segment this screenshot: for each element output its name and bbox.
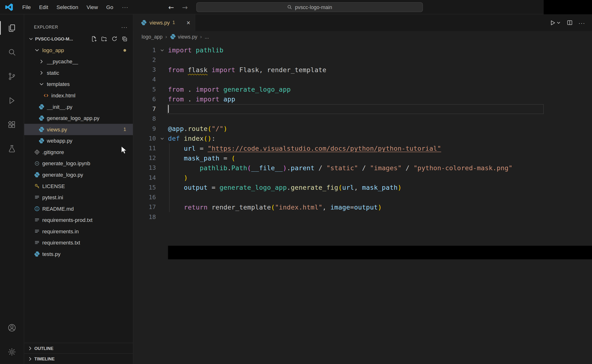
modified-dot-icon [123,49,126,52]
activity-extensions-button[interactable] [0,112,24,136]
breadcrumb-separator-icon: › [200,33,202,39]
nav-back-button[interactable]: ← [168,0,174,14]
command-center[interactable]: pvscc-logo-main [196,2,423,12]
tree-item-__pycache__[interactable]: __pycache__ [24,56,133,67]
tree-item-logo_app[interactable]: logo_app [24,45,133,56]
code-line-7[interactable]: 7 [133,104,592,114]
python-icon [39,126,45,132]
code-line-17[interactable]: 17 return render_template("index.html", … [133,202,592,212]
line-number[interactable]: 15 [133,182,156,192]
code-line-4[interactable]: 4 [133,75,592,84]
line-number[interactable]: 4 [133,75,156,84]
tree-item-README.md[interactable]: README.md [24,203,133,214]
activity-explorer-button[interactable] [0,16,24,40]
code-line-3[interactable]: 3from flask import Flask, render_templat… [133,65,592,75]
tree-item-generate_logo_app.py[interactable]: generate_logo_app.py [24,112,133,124]
code-line-9[interactable]: 9@app.route("/") [133,124,592,134]
code-line-6[interactable]: 6from . import app [133,94,592,104]
activity-account-button[interactable] [0,315,24,339]
git-icon [34,149,40,155]
panel-outline[interactable]: OUTLINE [24,343,133,353]
line-number[interactable]: 17 [133,202,156,212]
line-number[interactable]: 13 [133,163,156,173]
menu-edit[interactable]: Edit [35,2,52,12]
line-number[interactable]: 9 [133,124,156,134]
code-area[interactable]: 1import pathlib23from flask import Flask… [133,42,592,364]
explorer-title: EXPLORER [34,25,58,30]
tree-item-label: __pycache__ [47,58,78,65]
code-line-12[interactable]: 12 mask_path = ( [133,153,592,163]
refresh-button[interactable] [111,36,117,42]
line-number[interactable]: 6 [133,94,156,104]
fold-chevron-down-icon[interactable] [156,48,168,53]
activity-search-button[interactable] [0,40,24,64]
tree-item-webapp.py[interactable]: webapp.py [24,135,133,147]
breadcrumb-logo_app[interactable]: logo_app [142,34,163,39]
menubar-more-button[interactable]: ··· [117,4,133,10]
tree-item-pytest.ini[interactable]: pytest.ini [24,192,133,203]
tree-item-requirements.txt[interactable]: requirements.txt [24,237,133,248]
line-number[interactable]: 18 [133,212,156,222]
code-line-1[interactable]: 1import pathlib [133,45,592,55]
line-number[interactable]: 5 [133,84,156,94]
tree-item-requirements-prod.txt[interactable]: requirements-prod.txt [24,214,133,226]
line-number[interactable]: 8 [133,114,156,124]
collapse-all-button[interactable] [122,36,128,42]
menu-file[interactable]: File [18,2,35,12]
split-editor-button[interactable] [567,20,573,26]
line-number[interactable]: 3 [133,65,156,75]
tree-item-static[interactable]: static [24,67,133,78]
tab-close-icon[interactable]: × [186,20,190,26]
run-button[interactable] [549,20,561,26]
activity-settings-button[interactable] [0,340,24,364]
chevron-right-icon [39,70,45,76]
code-line-18[interactable]: 18 [133,212,592,222]
menu-view[interactable]: View [82,2,102,12]
code-line-15[interactable]: 15 output = generate_logo_app.generate_f… [133,182,592,192]
code-line-16[interactable]: 16 [133,193,592,202]
activity-testing-button[interactable] [0,137,24,161]
panel-timeline[interactable]: TIMELINE [24,353,133,364]
breadcrumb-views.py[interactable]: views.py [170,33,197,39]
activity-run-debug-button[interactable] [0,88,24,112]
activity-source-control-button[interactable] [0,64,24,88]
tree-item-generate_logo.py[interactable]: generate_logo.py [24,169,133,181]
line-number[interactable]: 1 [133,45,156,55]
code-line-11[interactable]: 11 url = "https://code.visualstudio.com/… [133,143,592,153]
nav-forward-button[interactable]: → [182,0,188,14]
line-number[interactable]: 14 [133,173,156,182]
tree-item-LICENSE[interactable]: LICENSE [24,181,133,192]
tab-views-py[interactable]: views.py 1 × [133,14,195,31]
tree-item-tests.py[interactable]: tests.py [24,248,133,260]
fold-chevron-down-icon[interactable] [156,136,168,141]
explorer-section-header[interactable]: PVSCC-LOGO-M... [24,33,133,45]
code-line-14[interactable]: 14 ) [133,173,592,182]
tree-item-.gitignore[interactable]: .gitignore [24,146,133,158]
tree-item-generate_logo.ipynb[interactable]: generate_logo.ipynb [24,158,133,169]
tree-item-__init__.py[interactable]: __init__.py [24,101,133,113]
code-line-8[interactable]: 8 [133,114,592,124]
menu-go[interactable]: Go [102,2,118,12]
line-number[interactable]: 16 [133,193,156,202]
tree-item-requirements.in[interactable]: requirements.in [24,226,133,237]
line-number[interactable]: 11 [133,143,156,153]
menu-selection[interactable]: Selection [52,2,82,12]
explorer-more-button[interactable]: ··· [121,24,128,30]
line-number[interactable]: 12 [133,153,156,163]
code-line-5[interactable]: 5from . import generate_logo_app [133,84,592,94]
code-line-2[interactable]: 2 [133,55,592,65]
tree-item-label: requirements-prod.txt [42,217,93,223]
line-number[interactable]: 10 [133,134,156,143]
new-folder-button[interactable] [101,36,107,42]
line-number[interactable]: 7 [133,104,156,114]
tree-item-views.py[interactable]: views.py1 [24,124,133,135]
tab-bar: views.py 1 × ··· [133,14,592,31]
code-line-10[interactable]: 10def index(): [133,134,592,143]
code-line-13[interactable]: 13 pathlib.Path(__file__).parent / "stat… [133,163,592,173]
tree-item-index.html[interactable]: index.html [24,90,133,101]
line-number[interactable]: 2 [133,55,156,65]
tree-item-templates[interactable]: templates [24,78,133,90]
new-file-button[interactable] [91,36,97,42]
editor-more-button[interactable]: ··· [579,20,585,26]
breadcrumb-...[interactable]: ... [205,34,209,39]
